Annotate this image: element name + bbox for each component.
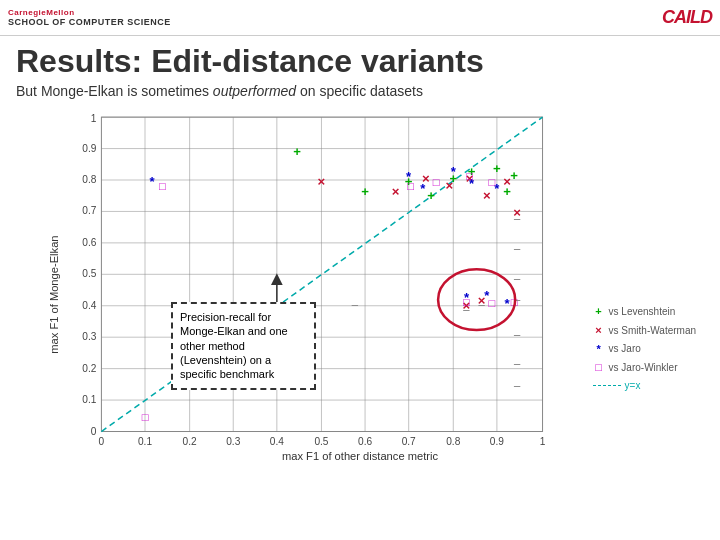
- svg-text:−: −: [351, 298, 359, 313]
- svg-text:+: +: [427, 188, 435, 203]
- cald-logo: CAILD: [662, 7, 712, 28]
- svg-text:+: +: [493, 161, 501, 176]
- svg-text:0.7: 0.7: [402, 436, 416, 447]
- legend-row-jaro: * vs Jaro: [593, 340, 696, 359]
- annotation-box: Precision-recall for Monge-Elkan and one…: [171, 302, 316, 389]
- legend-dashed-line: [593, 385, 621, 386]
- svg-text:×: ×: [503, 174, 511, 189]
- svg-text:□: □: [466, 170, 473, 182]
- svg-text:−: −: [513, 357, 521, 372]
- subtitle-prefix: But Monge-Elkan is sometimes: [16, 83, 213, 99]
- svg-text:−: −: [513, 328, 521, 343]
- svg-text:0.3: 0.3: [82, 331, 96, 342]
- svg-text:0.4: 0.4: [270, 436, 284, 447]
- annotation-text: Precision-recall for Monge-Elkan and one…: [180, 311, 288, 380]
- svg-text:0.2: 0.2: [82, 363, 96, 374]
- svg-text:0: 0: [99, 436, 105, 447]
- svg-text:0.9: 0.9: [490, 436, 504, 447]
- chart-container: max F1 of Monge-Elkan max F1 of other di…: [16, 107, 704, 467]
- svg-text:*: *: [451, 164, 457, 179]
- svg-text:−: −: [513, 242, 521, 257]
- svg-text:−: −: [513, 212, 521, 227]
- legend-symbol-smithwaterman: ×: [593, 321, 605, 340]
- legend-symbol-jarowinkler: □: [593, 358, 605, 377]
- svg-text:□: □: [488, 176, 495, 188]
- svg-text:1: 1: [540, 436, 546, 447]
- legend-symbol-jaro: *: [593, 340, 605, 359]
- svg-text:□: □: [407, 180, 414, 192]
- svg-text:□: □: [159, 180, 166, 192]
- svg-text:0.2: 0.2: [183, 436, 197, 447]
- chart-svg: max F1 of Monge-Elkan max F1 of other di…: [16, 107, 704, 467]
- legend-row-yx: y=x: [593, 377, 696, 394]
- svg-text:0.7: 0.7: [82, 206, 96, 217]
- svg-text:□: □: [433, 176, 440, 188]
- legend-label-levenshtein: vs Levenshtein: [609, 303, 676, 320]
- svg-text:0.5: 0.5: [82, 269, 96, 280]
- svg-text:0.8: 0.8: [446, 436, 460, 447]
- svg-text:□: □: [488, 297, 495, 309]
- svg-text:+: +: [510, 168, 518, 183]
- legend-label-smithwaterman: vs Smith-Waterman: [609, 322, 696, 339]
- svg-text:0.1: 0.1: [138, 436, 152, 447]
- svg-text:−: −: [463, 303, 471, 318]
- header-left: CarnegieMellon SCHOOL OF COMPUTER SCIENC…: [8, 8, 171, 27]
- subtitle: But Monge-Elkan is sometimes outperforme…: [16, 83, 704, 99]
- svg-text:×: ×: [318, 174, 326, 189]
- svg-text:0.9: 0.9: [82, 143, 96, 154]
- subtitle-suffix: on specific datasets: [296, 83, 423, 99]
- svg-text:−: −: [478, 298, 486, 313]
- svg-text:×: ×: [483, 188, 491, 203]
- legend-symbol-levenshtein: +: [593, 302, 605, 321]
- svg-text:−: −: [513, 379, 521, 394]
- legend-label-yx: y=x: [625, 377, 641, 394]
- svg-text:max F1 of Monge-Elkan: max F1 of Monge-Elkan: [48, 236, 60, 354]
- legend: + vs Levenshtein × vs Smith-Waterman * v…: [593, 302, 696, 394]
- svg-text:*: *: [420, 181, 426, 196]
- header: CarnegieMellon SCHOOL OF COMPUTER SCIENC…: [0, 0, 720, 36]
- svg-text:×: ×: [445, 178, 453, 193]
- svg-text:0.6: 0.6: [358, 436, 372, 447]
- cmu-logo: CarnegieMellon: [8, 8, 171, 17]
- legend-row-smithwaterman: × vs Smith-Waterman: [593, 321, 696, 340]
- svg-text:*: *: [494, 181, 500, 196]
- title-area: Results: Edit-distance variants But Mong…: [0, 36, 720, 103]
- svg-text:*: *: [150, 174, 156, 189]
- svg-text:−: −: [513, 273, 521, 288]
- legend-label-jarowinkler: vs Jaro-Winkler: [609, 359, 678, 376]
- subtitle-italic: outperformed: [213, 83, 296, 99]
- svg-text:0: 0: [91, 426, 97, 437]
- svg-text:×: ×: [392, 184, 400, 199]
- svg-text:0.1: 0.1: [82, 394, 96, 405]
- svg-text:+: +: [361, 184, 369, 199]
- svg-text:0.6: 0.6: [82, 237, 96, 248]
- svg-text:0.5: 0.5: [314, 436, 328, 447]
- main-title: Results: Edit-distance variants: [16, 44, 704, 79]
- svg-text:0.3: 0.3: [226, 436, 240, 447]
- legend-row-jarowinkler: □ vs Jaro-Winkler: [593, 358, 696, 377]
- school-name: SCHOOL OF COMPUTER SCIENCE: [8, 17, 171, 27]
- svg-text:0.4: 0.4: [82, 300, 96, 311]
- svg-text:0.8: 0.8: [82, 174, 96, 185]
- legend-label-jaro: vs Jaro: [609, 340, 641, 357]
- legend-row-levenshtein: + vs Levenshtein: [593, 302, 696, 321]
- svg-text:+: +: [293, 144, 301, 159]
- svg-text:*: *: [504, 296, 510, 311]
- svg-text:1: 1: [91, 113, 97, 124]
- svg-text:max F1 of other distance metri: max F1 of other distance metric: [282, 450, 438, 462]
- svg-text:□: □: [142, 412, 149, 424]
